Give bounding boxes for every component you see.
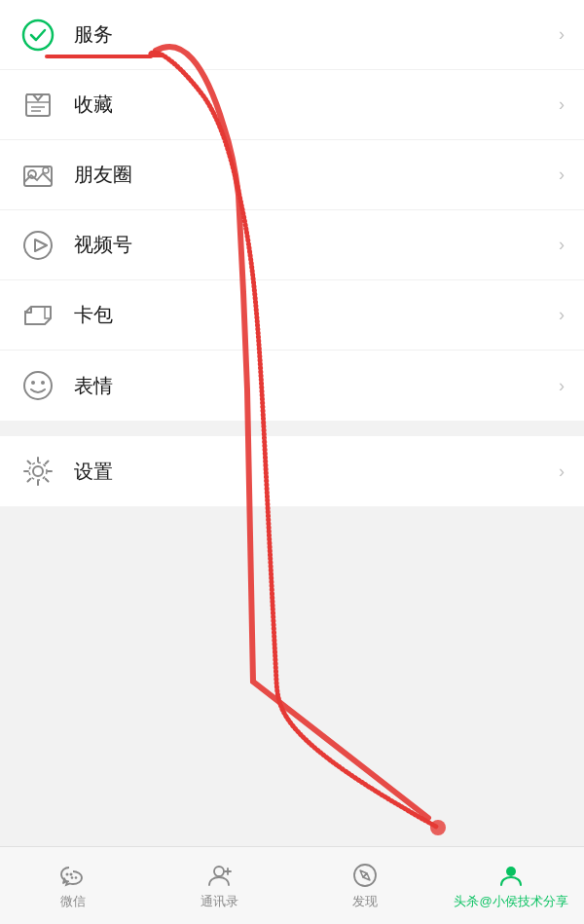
settings-arrow: › <box>559 462 565 482</box>
svg-point-11 <box>31 381 35 385</box>
svg-point-0 <box>23 20 53 50</box>
wechat-icon <box>59 862 87 889</box>
empty-area <box>0 506 584 701</box>
menu-item-settings[interactable]: 设置 › <box>0 436 584 506</box>
favorites-arrow: › <box>559 94 565 115</box>
menu-item-favorites[interactable]: 收藏 › <box>0 70 584 140</box>
cards-icon <box>19 297 56 334</box>
nav-contacts[interactable]: 通讯录 <box>146 862 292 910</box>
menu-item-stickers[interactable]: 表情 › <box>0 351 584 421</box>
svg-point-14 <box>29 462 47 480</box>
menu-item-channels[interactable]: 视频号 › <box>0 210 584 280</box>
bottom-navigation: 微信 通讯录 发现 头杀@小 <box>0 846 584 924</box>
stickers-label: 表情 <box>74 373 559 399</box>
service-icon <box>19 17 56 54</box>
svg-point-12 <box>41 381 45 385</box>
cards-label: 卡包 <box>74 302 559 328</box>
svg-point-19 <box>214 867 224 876</box>
moments-arrow: › <box>559 165 565 185</box>
svg-point-7 <box>43 167 49 173</box>
settings-section: 设置 › <box>0 436 584 506</box>
nav-me[interactable]: 头杀@小侯技术分享 <box>438 862 584 910</box>
svg-point-16 <box>70 872 73 875</box>
favorites-icon <box>19 87 56 124</box>
settings-label: 设置 <box>74 459 559 485</box>
menu-item-service[interactable]: 服务 › <box>0 0 584 70</box>
service-arrow: › <box>559 24 565 45</box>
section-divider <box>0 421 584 436</box>
svg-point-25 <box>430 820 446 835</box>
svg-point-10 <box>24 372 52 399</box>
nav-wechat[interactable]: 微信 <box>0 862 146 910</box>
svg-point-23 <box>506 867 516 876</box>
svg-marker-9 <box>35 240 47 251</box>
contacts-label: 通讯录 <box>201 893 238 910</box>
me-label: 头杀@小侯技术分享 <box>454 893 567 910</box>
svg-point-17 <box>71 876 74 879</box>
svg-point-18 <box>75 876 78 879</box>
favorites-label: 收藏 <box>74 92 559 118</box>
nav-discover[interactable]: 发现 <box>292 862 438 910</box>
service-underline <box>76 55 164 57</box>
channels-icon <box>19 227 56 264</box>
channels-label: 视频号 <box>74 232 559 258</box>
menu-item-moments[interactable]: 朋友圈 › <box>0 140 584 210</box>
me-icon <box>497 862 525 889</box>
svg-point-15 <box>66 872 69 875</box>
contacts-icon <box>205 862 233 889</box>
settings-icon <box>19 453 56 490</box>
menu-item-cards[interactable]: 卡包 › <box>0 280 584 351</box>
wechat-label: 微信 <box>60 893 86 910</box>
cards-arrow: › <box>559 305 565 325</box>
discover-icon <box>351 862 379 889</box>
service-label: 服务 <box>74 21 559 48</box>
channels-arrow: › <box>559 235 565 255</box>
moments-label: 朋友圈 <box>74 162 559 188</box>
discover-label: 发现 <box>352 893 378 910</box>
svg-rect-1 <box>26 94 50 116</box>
svg-point-13 <box>33 466 43 476</box>
stickers-arrow: › <box>559 376 565 396</box>
stickers-icon <box>19 367 56 404</box>
moments-icon <box>19 157 56 194</box>
